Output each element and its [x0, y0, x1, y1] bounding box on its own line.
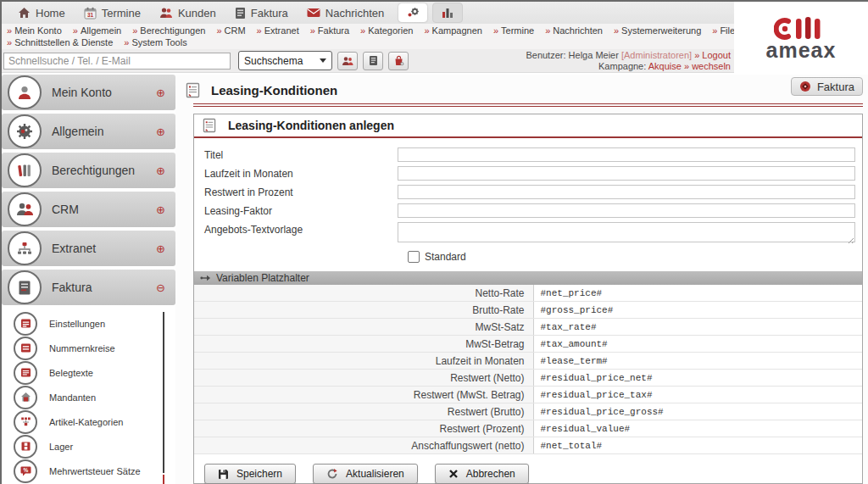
- add-contact-button[interactable]: [337, 52, 358, 70]
- admin-gear-icon: [406, 7, 420, 19]
- table-row: MwSt-Satz#tax_rate#: [194, 319, 862, 336]
- breadcrumb-link-schnittstellen[interactable]: »Schnittstellen & Dienste: [7, 37, 113, 48]
- breadcrumb-link-crm[interactable]: »CRM: [216, 25, 245, 36]
- restwert-input[interactable]: [398, 185, 855, 199]
- sidebar-item-einstellungen[interactable]: Einstellungen: [2, 311, 175, 336]
- shop-bag-button[interactable]: [388, 52, 409, 70]
- user-icon: [8, 75, 42, 109]
- breadcrumb-link-system-tools[interactable]: »System Tools: [124, 37, 186, 48]
- user-info: Benutzer: Helga Meier [Administratoren] …: [526, 50, 734, 72]
- nav-item-faktura[interactable]: Faktura: [225, 7, 298, 19]
- categories-icon: [14, 410, 37, 434]
- expand-icon[interactable]: ⊕: [156, 203, 165, 216]
- titel-input[interactable]: [398, 147, 855, 162]
- chevron-icon: »: [132, 25, 137, 36]
- chevron-icon: »: [493, 25, 498, 36]
- campaign-switch-link[interactable]: » wechseln: [684, 61, 731, 71]
- action-buttons: Speichern Aktualisieren Abbrechen: [204, 464, 862, 484]
- module-badge-label: Faktura: [817, 81, 854, 93]
- gear-icon: [8, 114, 42, 148]
- storage-icon: [14, 435, 37, 459]
- standard-checkbox[interactable]: [408, 251, 420, 263]
- sidebar-item-mein-konto[interactable]: Mein Konto ⊕: [2, 75, 175, 110]
- sidebar-item-mandanten[interactable]: Mandanten: [2, 385, 175, 409]
- module-badge[interactable]: Faktura: [791, 77, 863, 96]
- breadcrumb-link-allgemein[interactable]: »Allgemein: [73, 25, 121, 36]
- nav-label: Termine: [102, 7, 141, 19]
- tab-statistics[interactable]: [432, 3, 463, 23]
- nav-label: Nachrichten: [326, 7, 384, 19]
- documents-icon: [369, 55, 378, 66]
- sidebar-item-extranet[interactable]: Extranet ⊕: [2, 231, 175, 266]
- chevron-down-icon: [320, 58, 326, 63]
- breadcrumb-link-systemerweiterung[interactable]: »Systemerweiterung: [614, 25, 701, 36]
- breadcrumb-link-berechtigungen[interactable]: »Berechtigungen: [132, 25, 205, 36]
- expand-icon[interactable]: ⊕: [156, 164, 165, 177]
- breadcrumb-link-nachrichten[interactable]: »Nachrichten: [545, 25, 603, 36]
- expand-icon[interactable]: ⊕: [156, 242, 165, 255]
- breadcrumb-link-kategorien[interactable]: »Kategorien: [360, 25, 413, 36]
- sidebar-item-faktura[interactable]: Faktura ⊖: [2, 270, 175, 305]
- form-document-icon: [186, 82, 200, 98]
- breadcrumb-link-kampagnen[interactable]: »Kampagnen: [424, 25, 481, 36]
- sidebar-item-belegtexte[interactable]: Belegtexte: [2, 360, 175, 385]
- search-input[interactable]: [3, 53, 231, 70]
- calendar-icon: 31: [84, 7, 97, 19]
- sidebar-item-crm[interactable]: CRM ⊕: [2, 192, 175, 227]
- breadcrumb-link-extranet[interactable]: »Extranet: [257, 25, 299, 36]
- title-rule: [193, 103, 863, 107]
- laufzeit-input[interactable]: [398, 166, 855, 181]
- brand-logo: ameax: [734, 2, 868, 73]
- sidebar-item-allgemein[interactable]: Allgemein ⊕: [2, 114, 175, 149]
- user-role: [Administratoren]: [621, 50, 692, 60]
- percent-icon: %: [14, 459, 37, 483]
- breadcrumb-link-faktura[interactable]: »Faktura: [310, 25, 349, 36]
- table-row: Restwert (MwSt. Betrag)#residual_price_t…: [194, 387, 862, 403]
- leasing-faktor-input[interactable]: [398, 203, 855, 218]
- nav-item-kunden[interactable]: Kunden: [150, 7, 225, 19]
- nav-item-home[interactable]: Home: [8, 7, 75, 19]
- chevron-icon: »: [310, 25, 315, 36]
- cancel-icon: [448, 469, 459, 479]
- textvorlage-label: Angebots-Textvorlage: [204, 222, 398, 236]
- number-ranges-icon: [14, 337, 37, 360]
- campaign-value[interactable]: Akquise: [648, 61, 682, 71]
- refresh-button[interactable]: Aktualisieren: [313, 464, 418, 484]
- home-icon: [18, 7, 31, 19]
- nav-item-nachrichten[interactable]: Nachrichten: [298, 7, 393, 19]
- module-icon: [799, 81, 811, 92]
- restwert-label: Restwert in Prozent: [204, 185, 398, 198]
- logout-link[interactable]: » Logout: [694, 50, 731, 60]
- search-schema-select[interactable]: Suchschema: [238, 51, 332, 70]
- sidebar-item-berechtigungen[interactable]: Berechtigungen ⊕: [2, 153, 175, 188]
- variables-section-header[interactable]: Variablen Platzhalter: [194, 271, 862, 285]
- breadcrumb-link-mein-konto[interactable]: »Mein Konto: [7, 25, 62, 36]
- search-schema-value: Suchschema: [244, 55, 303, 67]
- sidebar-submenu-faktura: Einstellungen Nummernkreise Belegtexte M…: [2, 309, 175, 483]
- documents-button[interactable]: [363, 52, 383, 70]
- nav-item-termine[interactable]: 31 Termine: [75, 7, 150, 19]
- table-row: Restwert (Netto)#residual_price_net#: [194, 370, 862, 387]
- chevron-icon: »: [257, 25, 262, 36]
- chevron-icon: »: [7, 25, 12, 36]
- breadcrumb-link-termine[interactable]: »Termine: [493, 25, 534, 36]
- app-window: Home 31 Termine Kunden Faktura Nachricht…: [0, 0, 868, 484]
- add-contact-icon: [342, 56, 353, 66]
- collapse-icon[interactable]: ⊖: [156, 281, 165, 294]
- expand-icon[interactable]: ⊕: [156, 125, 165, 138]
- sidebar-item-mehrwertsteuer[interactable]: % Mehrwertsteuer Sätze: [2, 459, 175, 483]
- sidebar-item-artikel-kategorien[interactable]: Artikel-Kategorien: [2, 409, 175, 434]
- cancel-button[interactable]: Abbrechen: [435, 464, 529, 484]
- save-button[interactable]: Speichern: [204, 464, 296, 484]
- sidebar-item-lager[interactable]: Lager: [2, 434, 175, 459]
- page-title-row: Leasing-Konditionen: [175, 75, 868, 100]
- people-icon: [8, 192, 42, 226]
- form-area: Titel Laufzeit in Monaten Restwert in Pr…: [194, 138, 862, 264]
- tab-administration[interactable]: [398, 3, 427, 22]
- chevron-icon: »: [545, 25, 550, 36]
- nav-label: Faktura: [251, 7, 288, 19]
- expand-icon[interactable]: ⊕: [156, 86, 165, 99]
- sidebar-item-nummernkreise[interactable]: Nummernkreise: [2, 336, 175, 360]
- textvorlage-textarea[interactable]: [398, 222, 855, 242]
- mail-icon: [307, 8, 320, 18]
